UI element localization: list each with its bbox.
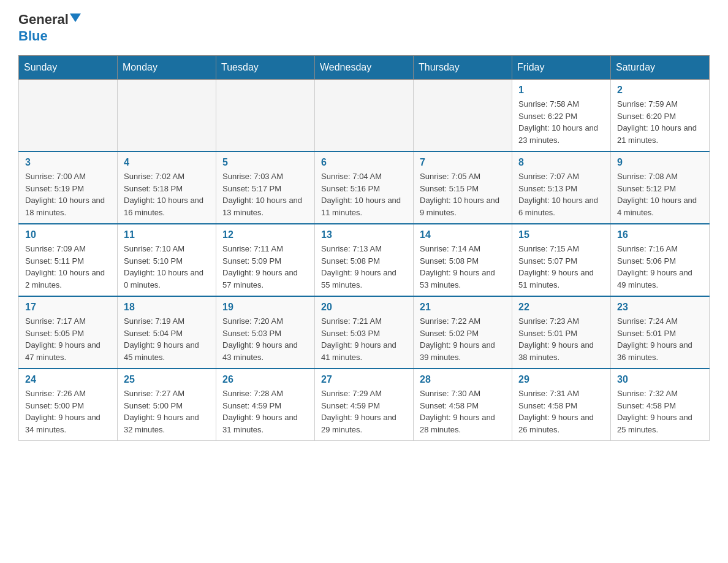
day-info: Sunrise: 7:13 AMSunset: 5:08 PMDaylight:… xyxy=(321,243,407,291)
day-info: Sunrise: 7:03 AMSunset: 5:17 PMDaylight:… xyxy=(222,170,308,218)
day-number: 3 xyxy=(25,157,111,168)
calendar-cell: 20Sunrise: 7:21 AMSunset: 5:03 PMDayligh… xyxy=(315,296,414,369)
day-number: 6 xyxy=(321,157,407,168)
day-info: Sunrise: 7:04 AMSunset: 5:16 PMDaylight:… xyxy=(321,170,407,218)
logo-general-text: General xyxy=(18,12,81,27)
day-number: 19 xyxy=(222,302,308,313)
day-info: Sunrise: 7:22 AMSunset: 5:02 PMDaylight:… xyxy=(420,315,506,363)
day-number: 17 xyxy=(25,302,111,313)
day-info: Sunrise: 7:09 AMSunset: 5:11 PMDaylight:… xyxy=(25,243,111,291)
calendar-cell: 16Sunrise: 7:16 AMSunset: 5:06 PMDayligh… xyxy=(611,224,710,296)
day-number: 22 xyxy=(518,302,604,313)
day-number: 21 xyxy=(420,302,506,313)
logo-blue-text: Blue xyxy=(18,28,48,44)
calendar-cell: 29Sunrise: 7:31 AMSunset: 4:58 PMDayligh… xyxy=(512,369,611,441)
calendar-cell: 5Sunrise: 7:03 AMSunset: 5:17 PMDaylight… xyxy=(216,151,315,224)
day-info: Sunrise: 7:58 AMSunset: 6:22 PMDaylight:… xyxy=(518,98,604,146)
day-number: 11 xyxy=(124,229,210,240)
day-info: Sunrise: 7:26 AMSunset: 5:00 PMDaylight:… xyxy=(25,388,111,435)
day-info: Sunrise: 7:08 AMSunset: 5:12 PMDaylight:… xyxy=(617,170,703,218)
day-number: 15 xyxy=(518,229,604,240)
calendar-cell: 9Sunrise: 7:08 AMSunset: 5:12 PMDaylight… xyxy=(611,151,710,224)
week-row-2: 3Sunrise: 7:00 AMSunset: 5:19 PMDaylight… xyxy=(19,151,710,224)
logo-triangle-icon xyxy=(70,13,81,22)
day-info: Sunrise: 7:31 AMSunset: 4:58 PMDaylight:… xyxy=(518,388,604,435)
day-info: Sunrise: 7:59 AMSunset: 6:20 PMDaylight:… xyxy=(617,98,703,146)
calendar-cell: 12Sunrise: 7:11 AMSunset: 5:09 PMDayligh… xyxy=(216,224,315,296)
calendar-cell: 25Sunrise: 7:27 AMSunset: 5:00 PMDayligh… xyxy=(118,369,216,441)
day-number: 24 xyxy=(25,374,111,385)
day-number: 16 xyxy=(617,229,703,240)
header: General Blue xyxy=(18,12,710,44)
calendar-cell: 4Sunrise: 7:02 AMSunset: 5:18 PMDaylight… xyxy=(118,151,216,224)
day-info: Sunrise: 7:00 AMSunset: 5:19 PMDaylight:… xyxy=(25,170,111,218)
day-number: 26 xyxy=(222,374,308,385)
day-info: Sunrise: 7:10 AMSunset: 5:10 PMDaylight:… xyxy=(124,243,210,291)
day-number: 20 xyxy=(321,302,407,313)
day-number: 25 xyxy=(124,374,210,385)
day-info: Sunrise: 7:28 AMSunset: 4:59 PMDaylight:… xyxy=(222,388,308,435)
calendar-table: SundayMondayTuesdayWednesdayThursdayFrid… xyxy=(18,55,710,441)
week-row-5: 24Sunrise: 7:26 AMSunset: 5:00 PMDayligh… xyxy=(19,369,710,441)
calendar-cell: 3Sunrise: 7:00 AMSunset: 5:19 PMDaylight… xyxy=(19,151,118,224)
day-number: 13 xyxy=(321,229,407,240)
weekday-header-monday: Monday xyxy=(118,56,216,80)
day-number: 29 xyxy=(518,374,604,385)
calendar-cell: 23Sunrise: 7:24 AMSunset: 5:01 PMDayligh… xyxy=(611,296,710,369)
day-number: 1 xyxy=(518,85,604,96)
day-info: Sunrise: 7:20 AMSunset: 5:03 PMDaylight:… xyxy=(222,315,308,363)
day-number: 4 xyxy=(124,157,210,168)
day-info: Sunrise: 7:21 AMSunset: 5:03 PMDaylight:… xyxy=(321,315,407,363)
calendar-cell: 6Sunrise: 7:04 AMSunset: 5:16 PMDaylight… xyxy=(315,151,414,224)
day-number: 30 xyxy=(617,374,703,385)
calendar-cell: 11Sunrise: 7:10 AMSunset: 5:10 PMDayligh… xyxy=(118,224,216,296)
weekday-header-saturday: Saturday xyxy=(611,56,710,80)
week-row-1: 1Sunrise: 7:58 AMSunset: 6:22 PMDaylight… xyxy=(19,80,710,152)
day-info: Sunrise: 7:24 AMSunset: 5:01 PMDaylight:… xyxy=(617,315,703,363)
calendar-cell xyxy=(118,80,216,152)
day-number: 28 xyxy=(420,374,506,385)
weekday-header-row: SundayMondayTuesdayWednesdayThursdayFrid… xyxy=(19,56,710,80)
calendar-cell: 18Sunrise: 7:19 AMSunset: 5:04 PMDayligh… xyxy=(118,296,216,369)
day-info: Sunrise: 7:32 AMSunset: 4:58 PMDaylight:… xyxy=(617,388,703,435)
day-number: 8 xyxy=(518,157,604,168)
day-info: Sunrise: 7:30 AMSunset: 4:58 PMDaylight:… xyxy=(420,388,506,435)
weekday-header-tuesday: Tuesday xyxy=(216,56,315,80)
calendar-cell: 10Sunrise: 7:09 AMSunset: 5:11 PMDayligh… xyxy=(19,224,118,296)
calendar-cell: 22Sunrise: 7:23 AMSunset: 5:01 PMDayligh… xyxy=(512,296,611,369)
day-number: 10 xyxy=(25,229,111,240)
week-row-3: 10Sunrise: 7:09 AMSunset: 5:11 PMDayligh… xyxy=(19,224,710,296)
calendar-cell: 2Sunrise: 7:59 AMSunset: 6:20 PMDaylight… xyxy=(611,80,710,152)
calendar-cell xyxy=(216,80,315,152)
day-number: 14 xyxy=(420,229,506,240)
calendar-cell: 8Sunrise: 7:07 AMSunset: 5:13 PMDaylight… xyxy=(512,151,611,224)
day-info: Sunrise: 7:17 AMSunset: 5:05 PMDaylight:… xyxy=(25,315,111,363)
day-number: 7 xyxy=(420,157,506,168)
day-number: 2 xyxy=(617,85,703,96)
weekday-header-wednesday: Wednesday xyxy=(315,56,414,80)
day-info: Sunrise: 7:16 AMSunset: 5:06 PMDaylight:… xyxy=(617,243,703,291)
day-info: Sunrise: 7:11 AMSunset: 5:09 PMDaylight:… xyxy=(222,243,308,291)
calendar-cell: 28Sunrise: 7:30 AMSunset: 4:58 PMDayligh… xyxy=(414,369,512,441)
calendar-cell: 17Sunrise: 7:17 AMSunset: 5:05 PMDayligh… xyxy=(19,296,118,369)
day-info: Sunrise: 7:05 AMSunset: 5:15 PMDaylight:… xyxy=(420,170,506,218)
day-info: Sunrise: 7:29 AMSunset: 4:59 PMDaylight:… xyxy=(321,388,407,435)
calendar-cell: 1Sunrise: 7:58 AMSunset: 6:22 PMDaylight… xyxy=(512,80,611,152)
calendar-cell: 19Sunrise: 7:20 AMSunset: 5:03 PMDayligh… xyxy=(216,296,315,369)
calendar-cell: 13Sunrise: 7:13 AMSunset: 5:08 PMDayligh… xyxy=(315,224,414,296)
weekday-header-friday: Friday xyxy=(512,56,611,80)
day-number: 27 xyxy=(321,374,407,385)
day-info: Sunrise: 7:15 AMSunset: 5:07 PMDaylight:… xyxy=(518,243,604,291)
day-number: 9 xyxy=(617,157,703,168)
day-number: 23 xyxy=(617,302,703,313)
calendar-cell: 7Sunrise: 7:05 AMSunset: 5:15 PMDaylight… xyxy=(414,151,512,224)
calendar-cell: 21Sunrise: 7:22 AMSunset: 5:02 PMDayligh… xyxy=(414,296,512,369)
day-info: Sunrise: 7:07 AMSunset: 5:13 PMDaylight:… xyxy=(518,170,604,218)
day-info: Sunrise: 7:02 AMSunset: 5:18 PMDaylight:… xyxy=(124,170,210,218)
calendar-cell: 30Sunrise: 7:32 AMSunset: 4:58 PMDayligh… xyxy=(611,369,710,441)
weekday-header-sunday: Sunday xyxy=(19,56,118,80)
day-number: 12 xyxy=(222,229,308,240)
calendar-cell: 27Sunrise: 7:29 AMSunset: 4:59 PMDayligh… xyxy=(315,369,414,441)
day-info: Sunrise: 7:14 AMSunset: 5:08 PMDaylight:… xyxy=(420,243,506,291)
logo: General Blue xyxy=(18,12,81,44)
